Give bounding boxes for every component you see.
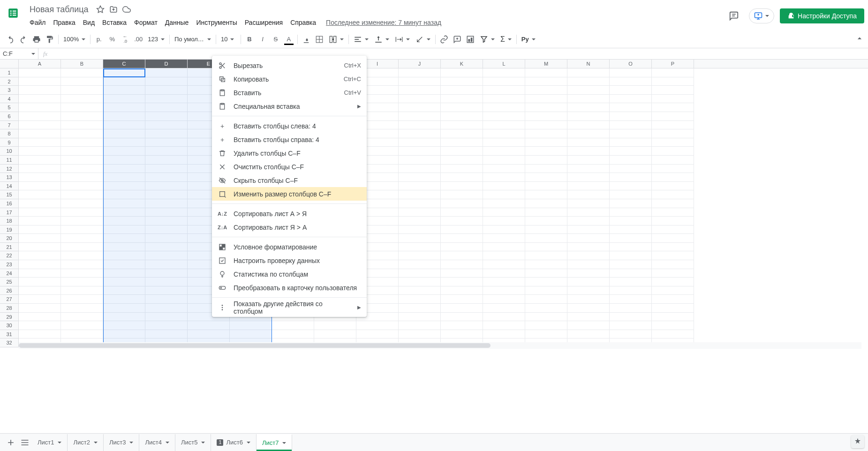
cell[interactable]	[483, 147, 525, 156]
cell[interactable]	[61, 304, 103, 313]
cell[interactable]	[652, 269, 694, 278]
cell[interactable]	[567, 260, 610, 269]
cell[interactable]	[525, 121, 567, 130]
bold-button[interactable]: B	[243, 33, 256, 46]
cell[interactable]	[525, 313, 567, 322]
column-header-C[interactable]: C	[103, 60, 145, 68]
cell[interactable]	[525, 208, 567, 217]
paint-format-button[interactable]	[43, 33, 56, 46]
row-header[interactable]: 3	[0, 86, 18, 95]
row-header[interactable]: 12	[0, 165, 18, 173]
cm-insert-right[interactable]: +Вставить столбцы справа: 4	[212, 133, 367, 146]
cell[interactable]	[567, 147, 610, 156]
cell[interactable]	[483, 156, 525, 165]
cell[interactable]	[441, 156, 483, 165]
cell[interactable]	[145, 234, 188, 243]
cell[interactable]	[567, 226, 610, 234]
cell[interactable]	[19, 147, 61, 156]
menu-insert[interactable]: Вставка	[99, 18, 130, 27]
cell[interactable]	[19, 199, 61, 208]
cell[interactable]	[441, 321, 483, 330]
cell[interactable]	[103, 278, 145, 286]
undo-button[interactable]	[4, 33, 17, 46]
cell[interactable]	[399, 243, 441, 252]
cell[interactable]	[610, 86, 652, 95]
add-sheet-button[interactable]	[4, 436, 18, 450]
cell[interactable]	[399, 234, 441, 243]
cell[interactable]	[441, 190, 483, 199]
cell[interactable]	[525, 103, 567, 112]
cell[interactable]	[483, 321, 525, 330]
cell[interactable]	[103, 208, 145, 217]
decrease-decimal-button[interactable]: .0←	[119, 33, 132, 46]
cell[interactable]	[525, 260, 567, 269]
halign-button[interactable]	[351, 33, 371, 45]
row-header[interactable]: 8	[0, 129, 18, 138]
cell[interactable]	[145, 103, 188, 112]
row-header[interactable]: 1	[0, 68, 18, 77]
cell[interactable]	[103, 129, 145, 138]
cell[interactable]	[145, 165, 188, 173]
cell[interactable]	[19, 86, 61, 95]
cell[interactable]	[145, 173, 188, 182]
cell[interactable]	[61, 199, 103, 208]
cell[interactable]	[525, 147, 567, 156]
cell[interactable]	[103, 260, 145, 269]
cell[interactable]	[525, 68, 567, 77]
cell[interactable]	[652, 86, 694, 95]
cell[interactable]	[610, 269, 652, 278]
cell[interactable]	[652, 147, 694, 156]
cell[interactable]	[19, 286, 61, 295]
cell[interactable]	[567, 129, 610, 138]
cell[interactable]	[19, 173, 61, 182]
cell[interactable]	[188, 330, 230, 339]
cell[interactable]	[567, 321, 610, 330]
cell[interactable]	[652, 103, 694, 112]
cell[interactable]	[230, 330, 272, 339]
row-header[interactable]: 10	[0, 147, 18, 156]
cell[interactable]	[441, 313, 483, 322]
cell[interactable]	[525, 321, 567, 330]
cell[interactable]	[399, 217, 441, 226]
column-header-O[interactable]: O	[610, 60, 652, 68]
cell[interactable]	[103, 251, 145, 260]
cell[interactable]	[399, 138, 441, 147]
column-header-J[interactable]: J	[399, 60, 441, 68]
sheet-tab[interactable]: 1Лист6	[211, 434, 256, 451]
cell[interactable]	[61, 208, 103, 217]
all-sheets-button[interactable]	[18, 436, 32, 450]
cell[interactable]	[483, 121, 525, 130]
percent-button[interactable]: %	[106, 33, 119, 46]
cell[interactable]	[483, 103, 525, 112]
cell[interactable]	[145, 217, 188, 226]
cell[interactable]	[567, 138, 610, 147]
formula-bar[interactable]	[52, 48, 868, 59]
cell[interactable]	[145, 304, 188, 313]
more-formats-combo[interactable]: 123	[145, 33, 167, 45]
cm-paste[interactable]: ВставитьCtrl+V	[212, 86, 367, 99]
cell[interactable]	[567, 330, 610, 339]
cell[interactable]	[441, 129, 483, 138]
cell[interactable]	[483, 165, 525, 173]
row-header[interactable]: 25	[0, 278, 18, 286]
cell[interactable]	[610, 173, 652, 182]
cell[interactable]	[19, 330, 61, 339]
cell[interactable]	[399, 103, 441, 112]
cell[interactable]	[567, 165, 610, 173]
cell[interactable]	[145, 95, 188, 104]
cell[interactable]	[399, 121, 441, 130]
cell[interactable]	[19, 182, 61, 191]
cell[interactable]	[567, 190, 610, 199]
link-button[interactable]	[438, 33, 451, 46]
column-header-N[interactable]: N	[567, 60, 610, 68]
collapse-toolbar-button[interactable]	[855, 34, 864, 45]
cell[interactable]	[314, 330, 356, 339]
cell[interactable]	[483, 173, 525, 182]
cell[interactable]	[525, 156, 567, 165]
cell[interactable]	[145, 121, 188, 130]
cell[interactable]	[103, 321, 145, 330]
cell[interactable]	[567, 86, 610, 95]
column-header-L[interactable]: L	[483, 60, 525, 68]
cell[interactable]	[652, 121, 694, 130]
menu-file[interactable]: Файл	[26, 18, 49, 27]
